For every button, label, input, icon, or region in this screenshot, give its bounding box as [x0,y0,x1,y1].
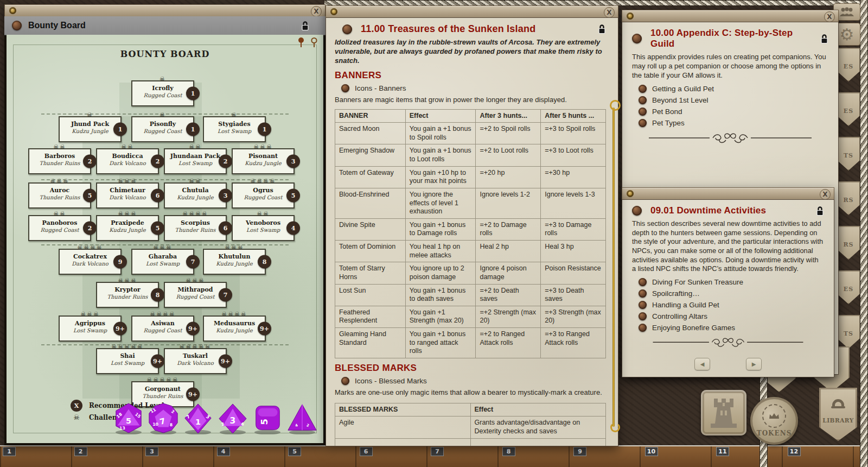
bounty-node[interactable]: ☠☠BarborosThunder Ruins2 [28,148,91,174]
link-knob-icon[interactable] [639,301,647,309]
bounty-board-image[interactable]: BOUNTY BOARD ☠IcroflyRugged Coast1☠Jhund… [7,35,323,443]
bounty-node[interactable]: ☠Jhund PackKudzu Jungle1 [59,116,122,142]
bounty-node[interactable]: ☠☠☠KhutulunKudzu Jungle8 [203,249,266,275]
banners-link[interactable]: Icons - Banners [341,84,606,92]
appendix-link[interactable]: Beyond 1st Level [639,96,828,104]
downtime-link[interactable]: Enjoying Bonefire Games [639,324,824,332]
hotkey-slot-4[interactable]: 4 [217,447,230,456]
link-knob-icon[interactable] [639,312,647,320]
sidebar-tab[interactable]: TS [837,315,860,349]
appendix-link[interactable]: Pet Bond [639,108,828,116]
lock-icon[interactable] [816,206,824,216]
d10-die[interactable]: 173 [182,402,214,437]
bounty-node[interactable]: ☠IcroflyRugged Coast1 [131,80,194,106]
svg-text:8: 8 [170,422,173,427]
link-knob-icon[interactable] [341,377,349,385]
lock-icon[interactable] [598,24,606,34]
tokens-button[interactable]: TOKENS [750,397,798,445]
link-knob-icon[interactable] [341,84,349,92]
link-knob-icon[interactable] [639,85,647,93]
link-knob-icon[interactable] [639,108,647,116]
bounty-node[interactable]: ☠☠☠☠CockatrexDark Volcano9 [59,249,122,275]
hotkey-slot-10[interactable]: 10 [645,447,658,456]
d12-die[interactable]: 7112108 [148,402,179,437]
d4-die[interactable]: 42 [286,402,318,437]
link-knob-icon[interactable] [639,324,647,332]
sidebar-tab[interactable]: ES [837,92,860,126]
sidebar-tab[interactable]: RS [837,226,860,260]
sidebar-tab-label: RS [843,241,853,248]
link-knob-icon[interactable] [639,278,647,286]
bounty-node[interactable]: ☠PisonflyRugged Coast1 [131,116,194,142]
bounty-node[interactable]: ☠☠☠ChimetaurDark Volcano6 [96,182,159,209]
hotkey-slot-11[interactable]: 11 [716,447,729,456]
hotkey-slot-2[interactable]: 2 [74,447,87,456]
lock-icon[interactable] [820,34,828,44]
magnifier-icon[interactable] [310,37,318,48]
bounty-node[interactable]: ☠☠☠☠ScorpiusThunder Ruins6 [164,215,227,241]
d8-die[interactable]: 326 [217,402,248,437]
bounty-node[interactable]: ☠☠BoudiccaDark Volcano2 [96,148,159,174]
bounty-node[interactable]: ☠☠☠☠OgrusRugged Coast5 [232,182,295,209]
hotkey-slot-9[interactable]: 9 [573,447,586,456]
hotkey-slot-12[interactable]: 12 [788,447,801,456]
sidebar-tab[interactable]: TS [837,137,860,171]
hotkey-slot-5[interactable]: 5 [288,447,301,456]
library-button[interactable]: LIBRARY [819,388,857,441]
d20-die[interactable]: 5181513 [113,402,144,437]
bounty-node[interactable]: ☠☠☠☠☠ShaiLost Swamp9+ [96,348,159,374]
bounty-node-location: Rugged Coast [132,128,193,134]
modifier-tower-button[interactable] [701,390,746,436]
link-knob-icon[interactable] [639,119,647,127]
bounty-node[interactable]: ☠☠☠AgrippusLost Swamp9+ [59,315,122,342]
bounty-node[interactable]: ☠☠ChutulaKudzu Jungle3 [164,182,227,209]
close-icon[interactable]: X [820,189,831,200]
page-forward-button[interactable]: ▶ [746,358,762,370]
link-knob-icon[interactable] [639,289,647,298]
bounty-node[interactable]: ☠☠VenoborosLost Swamp4 [232,215,295,241]
bounty-node[interactable]: ☠☠☠PraxipedeKudzu Jungle5 [96,215,159,241]
bounty-node[interactable]: ☠☠☠☠MedusaurusKudzu Jungle9+ [203,315,266,342]
lock-icon[interactable] [301,21,309,31]
sidebar-tab[interactable]: ES [837,270,860,304]
downtime-link[interactable]: Spoilcrafting… [639,289,824,298]
hotkey-slot-3[interactable]: 3 [145,447,158,456]
bounty-node[interactable]: ☠☠☠PisonantKudzu Jungle3 [232,148,295,174]
pin-icon[interactable] [297,37,305,48]
record-knob-icon[interactable] [632,206,642,216]
record-knob-icon[interactable] [12,21,22,30]
page-back-button[interactable]: ◀ [694,358,710,370]
bounty-node[interactable]: ☠☠Jhundaan PackLost Swamp2 [164,148,227,174]
bounty-node[interactable]: ☠☠☠☠AsiwanRugged Coast9+ [131,315,194,342]
bounty-node[interactable]: ☠☠☠MithrapodRugged Coast7 [164,282,227,308]
bounty-node[interactable]: ☠☠☠AurocThunder Ruins5 [28,182,91,209]
link-knob-icon[interactable] [639,96,647,104]
bounty-node-location: Rugged Coast [132,92,193,98]
close-icon[interactable]: X [824,11,835,22]
bounty-node[interactable]: ☠StygiadesLost Swamp1 [203,116,266,142]
bounty-node[interactable]: ☠☠PanoborosRugged Coast2 [28,215,91,241]
hotkey-slot-6[interactable]: 6 [360,447,373,456]
appendix-link[interactable]: Pet Types [639,119,828,127]
appendix-link[interactable]: Getting a Guild Pet [639,85,828,93]
hotkey-bar[interactable]: 123456789101112 [0,445,868,467]
bounty-node-location: Thunder Ruins [29,160,90,166]
downtime-link[interactable]: Controlling Altars [639,312,824,320]
sidebar-tab[interactable]: RS [837,181,860,215]
downtime-link[interactable]: Handling a Guild Pet [639,301,824,309]
hotkey-slot-7[interactable]: 7 [431,447,444,456]
blessed-marks-link[interactable]: Icons - Blessed Marks [341,377,606,385]
record-knob-icon[interactable] [632,34,642,43]
d6-die[interactable]: 5 [252,402,283,437]
close-icon[interactable]: X [604,7,615,18]
hotkey-slot-8[interactable]: 8 [502,447,515,456]
hotkey-slot-1[interactable]: 1 [3,447,16,456]
bounty-node[interactable]: ☠☠☠GharabaLost Swamp7 [131,249,194,275]
scroll-rod[interactable] [612,108,615,427]
sidebar-tab[interactable]: ES [837,48,860,81]
downtime-link[interactable]: Diving For Sunken Treasure [639,278,824,286]
close-icon[interactable]: X [311,6,322,17]
record-knob-icon[interactable] [342,24,352,34]
bounty-node[interactable]: ☠☠☠☠☠TuskarlDark Volcano9+ [164,348,227,374]
bounty-node[interactable]: ☠☠☠KryptorThunder Ruins8 [96,282,159,308]
